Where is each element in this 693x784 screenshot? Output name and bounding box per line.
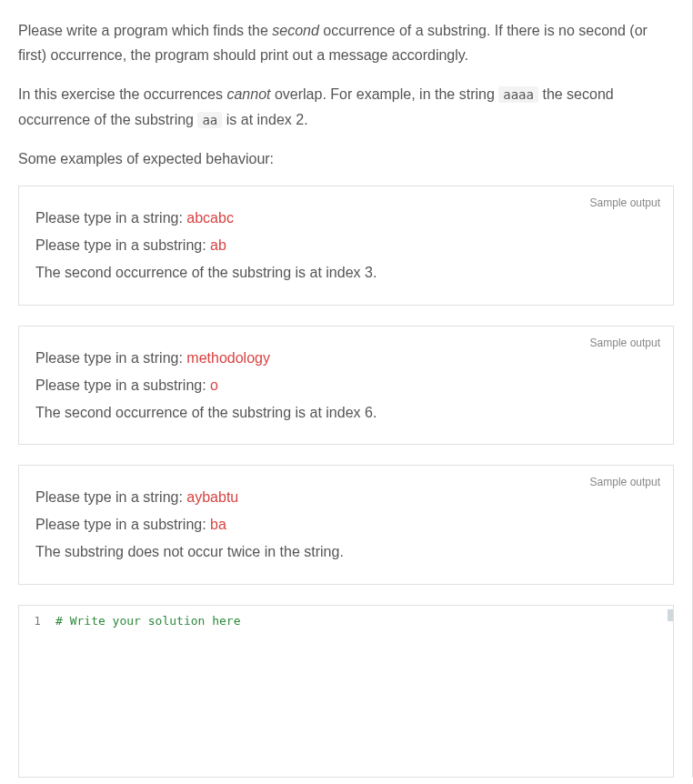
text: Please write a program which finds the — [18, 23, 272, 38]
user-input: o — [210, 377, 218, 393]
prompt-text: Please type in a substring: — [35, 517, 210, 532]
user-input: ab — [210, 237, 226, 253]
line-number: 1 — [19, 612, 55, 630]
text: In this exercise the occurrences — [18, 86, 226, 102]
prompt-text: Please type in a string: — [35, 350, 186, 366]
paragraph-2: In this exercise the occurrences cannot … — [18, 82, 674, 131]
prompt-text: The substring does not occur twice in th… — [35, 544, 344, 559]
prompt-text: The second occurrence of the substring i… — [35, 265, 377, 280]
emphasis: cannot — [226, 86, 270, 102]
sample-output-label: Sample output — [590, 473, 660, 491]
exercise-description: Please write a program which finds the s… — [18, 18, 674, 585]
sample-line: Please type in a substring: ab — [35, 233, 657, 257]
sample-line: Please type in a string: abcabc — [35, 206, 657, 230]
user-input: aybabtu — [186, 489, 238, 505]
paragraph-3: Some examples of expected behaviour: — [18, 146, 674, 171]
prompt-text: The second occurrence of the substring i… — [35, 405, 377, 420]
sample-output-label: Sample output — [590, 194, 660, 212]
prompt-text: Please type in a substring: — [35, 237, 210, 253]
sample-line: Please type in a substring: o — [35, 373, 657, 397]
sample-output-label: Sample output — [590, 334, 660, 352]
sample-output-box: Sample output Please type in a string: m… — [18, 326, 674, 446]
paragraph-1: Please write a program which finds the s… — [18, 18, 674, 67]
user-input: abcabc — [186, 210, 234, 226]
sample-line: The second occurrence of the substring i… — [35, 400, 657, 425]
sample-line: The second occurrence of the substring i… — [35, 260, 657, 285]
user-input: methodology — [186, 350, 270, 366]
prompt-text: Please type in a string: — [35, 489, 186, 505]
inline-code: aaaa — [498, 86, 538, 103]
sample-line: Please type in a string: methodology — [35, 346, 657, 370]
text: is at index 2. — [222, 112, 307, 127]
sample-output-box: Sample output Please type in a string: a… — [18, 186, 674, 306]
sample-line: Please type in a substring: ba — [35, 512, 657, 537]
code-text[interactable]: # Write your solution here — [55, 611, 673, 631]
editor-line[interactable]: 1 # Write your solution here — [19, 611, 673, 631]
sample-line: Please type in a string: aybabtu — [35, 485, 657, 509]
inline-code: aa — [197, 112, 222, 128]
sample-line: The substring does not occur twice in th… — [35, 539, 657, 564]
text: overlap. For example, in the string — [270, 86, 498, 102]
code-editor[interactable]: 1 # Write your solution here — [18, 605, 674, 778]
emphasis: second — [272, 23, 319, 38]
sample-output-box: Sample output Please type in a string: a… — [18, 465, 674, 585]
user-input: ba — [210, 517, 226, 532]
editor-marker — [668, 609, 673, 621]
prompt-text: Please type in a string: — [35, 210, 186, 226]
prompt-text: Please type in a substring: — [35, 377, 210, 393]
